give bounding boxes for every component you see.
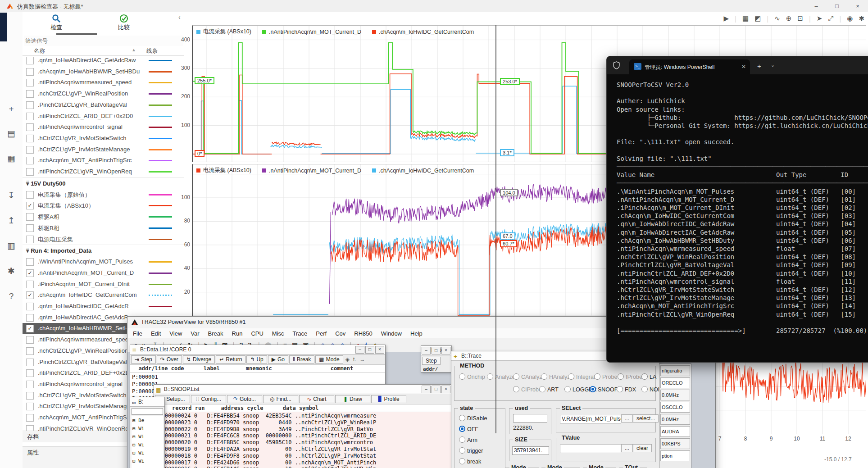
menu-trace[interactable]: Trace bbox=[293, 330, 308, 337]
signal-checkbox[interactable] bbox=[26, 281, 34, 288]
break-button[interactable]: ‖Break bbox=[289, 355, 314, 363]
menu-run[interactable]: Run bbox=[232, 330, 243, 337]
minimize-button[interactable]: – bbox=[355, 346, 364, 354]
data-cursor[interactable] bbox=[495, 25, 496, 433]
save-icon[interactable]: ▦ bbox=[5, 152, 18, 165]
signal-checkbox[interactable] bbox=[26, 57, 34, 64]
signal-row[interactable]: ✓.nAntiPinchAcqn\m_MOT_Current_D bbox=[23, 268, 184, 279]
add-icon[interactable]: + bbox=[5, 102, 18, 116]
radio-off[interactable]: OFF bbox=[459, 426, 478, 432]
menu-break[interactable]: Break bbox=[208, 330, 223, 337]
tvalue-more-button[interactable]: ... bbox=[621, 444, 633, 452]
trace-config-window[interactable]: ✦B::Trace–□×METHODOnchipAnalyzerCAnalyze… bbox=[451, 351, 660, 468]
signal-checkbox[interactable] bbox=[26, 213, 34, 221]
data-fragment-window[interactable]: ≣B::Data–□×Stepaddr/ bbox=[421, 345, 452, 373]
datalist-extra-icon[interactable]: → bbox=[359, 355, 367, 363]
signal-group-header[interactable]: ▾ Run 4: Imported_Data⁞⁞ bbox=[23, 245, 184, 257]
signal-checkbox[interactable] bbox=[26, 359, 34, 366]
signal-checkbox[interactable] bbox=[26, 258, 34, 266]
strip-item-2[interactable]: 0.0MHz bbox=[660, 390, 690, 400]
signal-checkbox[interactable] bbox=[26, 381, 34, 388]
radio-onchip[interactable]: Onchip bbox=[459, 373, 485, 380]
close-button[interactable]: × bbox=[441, 386, 450, 393]
open-folder-icon[interactable]: ▤ bbox=[5, 127, 18, 141]
sort-asc-icon[interactable]: ▲ bbox=[132, 47, 136, 52]
menu-window[interactable]: Window bbox=[381, 330, 402, 337]
strip-item-5[interactable]: AUDRA bbox=[660, 426, 690, 437]
signal-checkbox[interactable] bbox=[26, 168, 34, 176]
signal-row[interactable]: .ntiPinchCtrlZCL\gVR_WinOpenReq bbox=[23, 166, 184, 177]
layout-grid-icon[interactable]: ▦ bbox=[742, 14, 749, 23]
import-icon[interactable]: ↧ bbox=[5, 189, 18, 202]
signal-checkbox[interactable] bbox=[26, 314, 34, 322]
system-settings-strip[interactable]: nfiguratioORECLO0.0MHzOSCCLO0.0MHzAUDRA0… bbox=[659, 363, 691, 468]
tab-compare[interactable]: 比较 bbox=[95, 14, 153, 35]
signal-row[interactable]: ✓电流采集（ABSx10） bbox=[23, 200, 184, 211]
symbol-tree-window[interactable]: ∞B:⊞ De ⊞ Wi ⊞ Wi ⊞ Wi ⊞ Wi ⊞ Wi bbox=[130, 397, 165, 468]
close-button[interactable]: × bbox=[441, 347, 450, 354]
signal-checkbox[interactable] bbox=[26, 101, 34, 109]
tab-close-icon[interactable]: ✕ bbox=[741, 64, 746, 70]
legend-item[interactable]: .nAntiPinchAcqn\m_MOT_Current_D bbox=[262, 167, 361, 174]
powershell-tab[interactable]: >_ 管理员: Windows PowerShell ✕ bbox=[629, 59, 750, 74]
signal-checkbox[interactable] bbox=[26, 135, 34, 142]
signal-row[interactable]: .chAcqn\m_IoHwAbHBWMR_SetHBDu bbox=[23, 66, 184, 77]
powershell-titlebar[interactable]: >_ 管理员: Windows PowerShell ✕ + ⌄ bbox=[607, 56, 868, 74]
radio-break[interactable]: break bbox=[459, 458, 481, 465]
signal-row[interactable]: .nchCtrlZCL\gVP_WinRealPosition bbox=[23, 88, 184, 100]
radio-trigger[interactable]: trigger bbox=[459, 447, 483, 454]
signal-row[interactable]: .hCtrlZCL\gVR_IrvMotStateSwitch bbox=[23, 133, 184, 144]
radio-disable[interactable]: DISable bbox=[459, 415, 487, 422]
find-button[interactable]: ◎Find... bbox=[263, 395, 298, 403]
menu-var[interactable]: Var bbox=[191, 330, 199, 337]
profile-button[interactable]: ▊Profile bbox=[371, 395, 406, 403]
collapse-sidebar-icon[interactable]: ‹ bbox=[178, 14, 181, 21]
close-button[interactable]: × bbox=[847, 0, 868, 12]
pointer-icon[interactable]: ➤ bbox=[817, 14, 823, 23]
radio-arm[interactable]: Arm bbox=[459, 436, 477, 443]
up-button[interactable]: ↰Up bbox=[246, 355, 267, 363]
signal-row[interactable]: .\WinAntiPinchAcqn\m_MOT_Pulses bbox=[23, 256, 184, 268]
used-input[interactable] bbox=[513, 414, 547, 423]
signal-checkbox[interactable] bbox=[26, 236, 34, 243]
select-expression-input[interactable]: V.RANGE(m_MOT_Pulses[0]) V.RAN bbox=[560, 415, 621, 423]
symbol-tree-titlebar[interactable]: ∞B: bbox=[130, 397, 164, 407]
signal-checkbox[interactable]: ✓ bbox=[26, 291, 34, 299]
signal-checkbox[interactable] bbox=[26, 157, 34, 164]
menu-misc[interactable]: Misc bbox=[272, 330, 284, 337]
eraser-icon[interactable]: ◩ bbox=[754, 14, 761, 23]
signal-row[interactable]: ✓.chAcqn\m_IoHwIDC_GetCurrentCom bbox=[23, 290, 184, 301]
tvalue-clear-button[interactable]: clear bbox=[633, 444, 652, 452]
help-icon[interactable]: ? bbox=[5, 290, 18, 303]
signal-checkbox[interactable] bbox=[26, 123, 34, 131]
menu-rh850[interactable]: RH850 bbox=[354, 330, 372, 337]
zoom-region-icon[interactable]: ⊡ bbox=[797, 14, 803, 23]
go-button[interactable]: ▶Go bbox=[268, 355, 288, 363]
run-icon[interactable]: ▶ bbox=[723, 14, 729, 23]
legend-item[interactable]: 电流采集 (ABSx10) bbox=[196, 28, 251, 36]
datalist-window-titlebar[interactable]: ≣B::Data.List /CORE 0–□× bbox=[130, 345, 385, 354]
legend-item[interactable]: .chAcqn\m_IoHwIDC_GetCurrentCom bbox=[372, 167, 474, 174]
symbol-filter-input[interactable] bbox=[132, 408, 163, 415]
chart-button[interactable]: ∿Chart bbox=[299, 395, 334, 403]
menu-help[interactable]: Help bbox=[410, 330, 423, 337]
radio-iprobe[interactable]: IProbe bbox=[618, 373, 642, 380]
signal-checkbox[interactable] bbox=[26, 369, 34, 377]
strip-item-6[interactable]: 00KBPS bbox=[660, 438, 690, 449]
datalist-extra-icon[interactable]: ◈ bbox=[344, 355, 351, 363]
radio-art[interactable]: ART bbox=[539, 386, 559, 393]
signal-group-header[interactable]: ▾ 15V Duty500⁞⁞ bbox=[23, 177, 184, 190]
signal-row[interactable]: 电流采集（原始值） bbox=[23, 189, 184, 200]
signal-checkbox[interactable] bbox=[26, 191, 34, 199]
signal-row[interactable]: .iPinchAcqn\m_MOT_Current_DInit bbox=[23, 279, 184, 290]
signal-row[interactable]: .qn\m_IoHwAbDirectIDC_GetAdcR bbox=[23, 301, 184, 312]
drag-handle-icon[interactable]: ⁞⁞ bbox=[26, 247, 28, 252]
signal-checkbox[interactable] bbox=[26, 414, 34, 422]
signal-row[interactable]: .ntiPinchAcqn\wmrcontrol_signal bbox=[23, 122, 184, 133]
maximize-button[interactable]: □ bbox=[432, 347, 441, 354]
maximize-button[interactable]: □ bbox=[432, 386, 441, 393]
select-more-button[interactable]: ... bbox=[621, 414, 633, 423]
filter-signals-input[interactable] bbox=[24, 36, 183, 47]
signal-checkbox[interactable]: ✓ bbox=[26, 325, 34, 332]
signal-table-header[interactable]: 名称 ▲ 线条 bbox=[23, 46, 184, 56]
